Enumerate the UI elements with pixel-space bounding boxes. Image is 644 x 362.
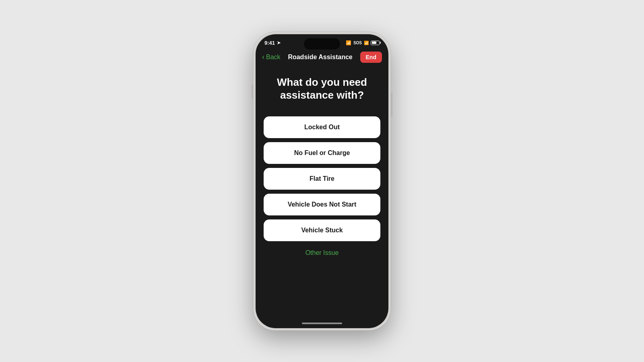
phone-frame: 9:41 ➤ 📶 SOS 📶 ‹ Back Roadside Assistanc xyxy=(254,32,390,330)
other-issue-link[interactable]: Other Issue xyxy=(305,249,339,257)
option-vehicle-stuck[interactable]: Vehicle Stuck xyxy=(264,219,380,241)
nav-bar: ‹ Back Roadside Assistance End xyxy=(256,48,388,68)
back-button[interactable]: ‹ Back xyxy=(262,53,281,61)
dynamic-island xyxy=(304,38,340,50)
signal-icon: 📶 xyxy=(364,41,369,45)
home-bar xyxy=(302,323,342,324)
battery-indicator xyxy=(371,41,380,45)
back-label: Back xyxy=(266,54,281,61)
status-time: 9:41 xyxy=(264,40,275,46)
options-list: Locked Out No Fuel or Charge Flat Tire V… xyxy=(264,116,380,241)
option-no-fuel[interactable]: No Fuel or Charge xyxy=(264,142,380,164)
home-indicator xyxy=(256,319,388,328)
question-heading: What do you need assistance with? xyxy=(264,76,380,102)
location-icon: ➤ xyxy=(277,40,281,46)
option-locked-out[interactable]: Locked Out xyxy=(264,116,380,138)
main-content: What do you need assistance with? Locked… xyxy=(256,68,388,319)
end-button[interactable]: End xyxy=(360,52,382,63)
bluetooth-icon: 📶 xyxy=(346,40,351,46)
option-no-start[interactable]: Vehicle Does Not Start xyxy=(264,194,380,215)
back-chevron-icon: ‹ xyxy=(262,53,264,61)
option-flat-tire[interactable]: Flat Tire xyxy=(264,168,380,190)
sos-label: SOS xyxy=(353,41,362,45)
nav-title: Roadside Assistance xyxy=(288,54,352,61)
